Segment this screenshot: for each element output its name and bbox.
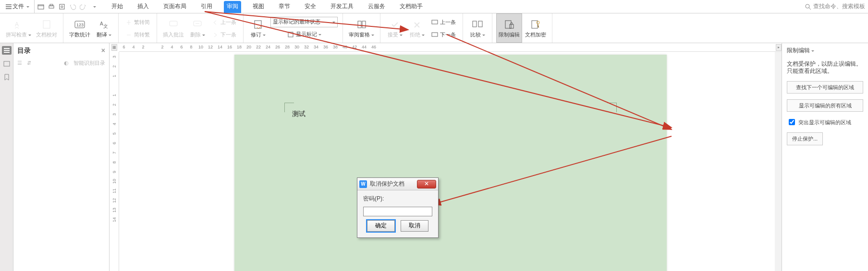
rail-bookmark-icon[interactable]	[2, 73, 12, 82]
tab-chapter[interactable]: 章节	[276, 1, 293, 13]
dialog-close-button[interactable]: ✕	[417, 180, 436, 189]
panel-collapse-icon[interactable]: ▸	[776, 44, 782, 51]
reject-button[interactable]: 拒绝	[406, 13, 428, 43]
svg-rect-3	[60, 4, 64, 9]
tab-helper[interactable]: 文档助手	[397, 1, 426, 13]
wordcount-button[interactable]: 123字数统计	[67, 13, 92, 43]
document-viewport[interactable]: 测试	[119, 52, 782, 271]
tab-dev[interactable]: 开发工具	[328, 1, 356, 13]
redo-icon[interactable]	[79, 2, 87, 11]
accept-button[interactable]: 接受	[384, 13, 405, 43]
svg-rect-21	[478, 21, 482, 27]
tab-start[interactable]: 开始	[109, 1, 126, 13]
svg-rect-7	[43, 21, 50, 28]
hamburger-icon	[6, 4, 12, 9]
ribbon-tabs: 开始 插入 页面布局 引用 审阅 视图 章节 安全 开发工具 云服务 文档助手	[109, 0, 426, 13]
translate-button[interactable]: A文翻译	[93, 13, 114, 43]
restrict-edit-button[interactable]: 限制编辑	[496, 13, 522, 43]
markup-state-combo[interactable]: 显示标记的最终状态	[270, 17, 338, 27]
document-canvas: 6422468101214161820222426283032343638404…	[110, 43, 782, 271]
undo-icon[interactable]	[68, 2, 77, 11]
tab-cloud[interactable]: 云服务	[365, 1, 388, 13]
show-all-regions-button[interactable]: 显示可编辑的所有区域	[787, 99, 863, 112]
tab-insert[interactable]: 插入	[134, 1, 152, 13]
delete-comment-button[interactable]: 删除	[187, 13, 208, 43]
simp2trad-button[interactable]: 繁转简	[123, 16, 152, 28]
search-icon	[805, 3, 811, 10]
password-input[interactable]	[363, 207, 432, 216]
svg-rect-23	[510, 24, 513, 28]
rail-property-icon[interactable]	[2, 59, 12, 68]
menubar: 文件 开始 插入 页面布局 引用 审阅 视图 章节 安全 开发工具 云服务 文档…	[0, 0, 868, 13]
svg-rect-16	[358, 21, 361, 28]
outline-sort-icon[interactable]: ⇵	[27, 59, 31, 66]
qat-more-icon[interactable]	[89, 2, 98, 11]
svg-rect-0	[38, 5, 44, 9]
dialog-titlebar[interactable]: W 取消保护文档 ✕	[357, 178, 438, 190]
dialog-ok-button[interactable]: 确定	[367, 220, 395, 232]
tab-review[interactable]: 审阅	[224, 1, 241, 13]
svg-point-4	[61, 6, 63, 8]
highlight-regions-checkbox[interactable]: 突出显示可编辑的区域	[787, 118, 863, 127]
svg-rect-26	[4, 61, 10, 66]
chevron-down-icon	[25, 3, 29, 11]
document-text: 测试	[292, 109, 306, 118]
command-search[interactable]: 查找命令、搜索模板	[805, 3, 865, 11]
unprotect-dialog: W 取消保护文档 ✕ 密码(P): 确定 取消	[357, 177, 439, 238]
file-menu-label: 文件	[12, 3, 24, 11]
password-label: 密码(P):	[363, 195, 432, 203]
encrypt-button[interactable]: 文档加密	[523, 13, 548, 43]
open-icon[interactable]	[37, 2, 45, 11]
insert-comment-button[interactable]: 插入批注	[161, 13, 186, 43]
tab-view[interactable]: 视图	[250, 1, 267, 13]
dialog-title: 取消保护文档	[370, 180, 404, 188]
outline-smart-label[interactable]: 智能识别目录	[73, 59, 105, 66]
tab-layout[interactable]: 页面布局	[160, 1, 189, 13]
trad2simp-button[interactable]: 简转繁	[123, 29, 152, 40]
outline-level-icon[interactable]: ☰	[17, 59, 22, 66]
vertical-scrollbar[interactable]	[775, 52, 782, 271]
highlight-checkbox-input[interactable]	[789, 119, 795, 125]
dialog-cancel-button[interactable]: 取消	[401, 220, 428, 232]
compare-button[interactable]: 比较	[467, 13, 488, 43]
stop-protection-button[interactable]: 停止保护...	[787, 132, 823, 145]
docproof-button[interactable]: 文档校对	[34, 13, 59, 43]
restrict-panel-title[interactable]: 限制编辑	[787, 47, 863, 55]
prev-change-button[interactable]: 上一条	[429, 16, 458, 28]
print-icon[interactable]	[47, 2, 56, 11]
tab-ref[interactable]: 引用	[198, 1, 215, 13]
show-markup-button[interactable]: 显示标记	[270, 28, 338, 40]
next-comment-button[interactable]: 下一条	[210, 29, 238, 40]
tab-security[interactable]: 安全	[302, 1, 319, 13]
svg-point-25	[537, 21, 539, 24]
restrict-panel-desc: 文档受保护，以防止误编辑。 只能查看此区域。	[787, 60, 863, 75]
quick-access-toolbar	[34, 0, 100, 13]
svg-text:123: 123	[76, 23, 84, 27]
svg-rect-19	[432, 33, 438, 36]
left-rail	[0, 43, 13, 271]
review-pane-button[interactable]: 审阅窗格	[347, 13, 376, 43]
app-logo-icon: W	[359, 180, 367, 188]
svg-rect-12	[170, 21, 177, 26]
spellcheck-button[interactable]: A拼写检查	[4, 13, 33, 43]
horizontal-ruler[interactable]: 6422468101214161820222426283032343638404…	[119, 43, 782, 52]
ruler-corner-icon[interactable]: ▦	[111, 44, 117, 51]
restrict-edit-panel: 限制编辑 文档受保护，以防止误编辑。 只能查看此区域。 查找下一个可编辑的区域 …	[782, 43, 868, 271]
track-changes-button[interactable]: 修订	[247, 13, 269, 43]
print-preview-icon[interactable]	[58, 2, 66, 11]
svg-text:A: A	[100, 21, 103, 26]
next-change-button[interactable]: 下一条	[429, 29, 458, 40]
close-icon[interactable]: ×	[101, 46, 105, 55]
prev-comment-button[interactable]: 上一条	[210, 16, 238, 28]
find-next-region-button[interactable]: 查找下一个可编辑的区域	[787, 81, 863, 94]
outline-smart-icon[interactable]: ◐	[64, 59, 69, 66]
file-menu[interactable]: 文件	[3, 2, 32, 12]
outline-panel: 目录 × ☰ ⇵ ◐ 智能识别目录	[13, 43, 110, 271]
outline-title: 目录	[17, 46, 31, 55]
rail-outline-icon[interactable]	[2, 46, 12, 55]
svg-rect-15	[288, 32, 293, 37]
vertical-ruler[interactable]: 3211234567891011121314	[110, 52, 119, 271]
margin-corner-tr	[607, 103, 617, 112]
chevron-down-icon	[331, 18, 335, 25]
svg-text:文: 文	[103, 24, 108, 29]
